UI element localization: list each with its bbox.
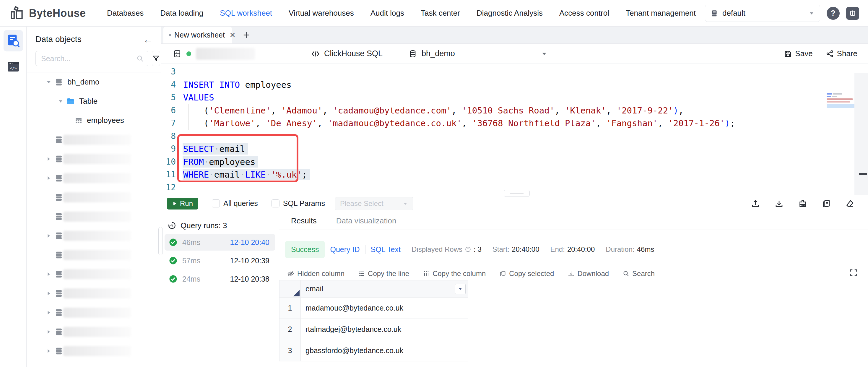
nav-item-tenant-management[interactable]: Tenant management <box>626 8 696 18</box>
tree-search-field[interactable] <box>35 51 148 66</box>
email-cell[interactable]: rtalmadgej@bytedance.co.uk <box>301 319 468 340</box>
tree-node-bh-demo[interactable]: bh_demo <box>27 72 161 92</box>
format-button[interactable] <box>798 198 808 209</box>
query-id-link[interactable]: Query ID <box>330 245 360 254</box>
share-button[interactable]: Share <box>826 49 857 58</box>
duration-value: 46ms <box>637 245 654 253</box>
tree-node-database-3[interactable] <box>27 169 161 188</box>
nav-item-task-center[interactable]: Task center <box>421 8 460 18</box>
sql-params-checkbox[interactable]: SQL Params <box>272 199 325 208</box>
add-worksheet-button[interactable]: + <box>243 27 250 43</box>
tree-node-database-8[interactable] <box>27 265 161 284</box>
tab-data-visualization[interactable]: Data visualization <box>336 216 397 225</box>
tree-node-database-4[interactable] <box>27 188 161 207</box>
data-objects-rail-button[interactable] <box>4 30 23 52</box>
column-header-email[interactable]: email <box>301 280 468 298</box>
bytehouse-app: ByteHouse DatabasesData loadingSQL works… <box>0 0 868 367</box>
search-input[interactable] <box>41 54 136 63</box>
tab-results[interactable]: Results <box>291 216 317 225</box>
checkbox-icon[interactable] <box>212 200 220 208</box>
caret-right-icon[interactable] <box>46 271 52 277</box>
filter-button[interactable] <box>152 51 160 66</box>
email-cell[interactable]: gbassfordo@bytedance.co.uk <box>301 340 468 361</box>
caret-down-icon[interactable] <box>46 79 52 85</box>
help-icon[interactable]: ? <box>827 7 840 20</box>
success-check-icon <box>169 275 178 283</box>
params-select[interactable]: Please Select <box>335 197 413 210</box>
column-filter-button[interactable] <box>455 284 466 294</box>
query-run-item-1[interactable]: 46ms12-10 20:40 <box>164 234 275 251</box>
upload-button[interactable] <box>750 198 761 209</box>
worksheet-rail-button[interactable]: </> <box>7 61 19 72</box>
save-label: Save <box>795 49 812 58</box>
caret-right-icon[interactable] <box>46 348 52 354</box>
chevron-down-icon <box>809 10 814 16</box>
warehouse-select[interactable] <box>173 48 255 60</box>
grid-row-3[interactable]: 3gbassfordo@bytedance.co.uk <box>279 340 468 361</box>
language-indicator[interactable]: ClickHouse SQL <box>311 49 382 58</box>
sql-editor[interactable]: 3456789101112 INSERT INTO employeesVALUE… <box>161 64 868 195</box>
hidden-column-button[interactable]: Hidden column <box>287 270 344 278</box>
nav-item-databases[interactable]: Databases <box>107 8 144 18</box>
tree-node-database-11[interactable] <box>27 322 161 341</box>
tree-node-database-5[interactable] <box>27 207 161 226</box>
caret-right-icon[interactable] <box>46 290 52 296</box>
all-queries-checkbox[interactable]: All queries <box>212 199 258 208</box>
info-icon[interactable] <box>465 246 471 253</box>
grid-row-1[interactable]: 1madamouc@bytedance.co.uk <box>279 298 468 319</box>
editor-minimap[interactable] <box>827 93 855 108</box>
tree-node-database-10[interactable] <box>27 303 161 322</box>
download-icon <box>567 270 575 277</box>
database-select[interactable]: bh_demo <box>409 49 548 58</box>
select-all-corner-icon[interactable] <box>293 290 300 296</box>
tree-node-table-folder[interactable]: Table <box>27 92 161 111</box>
save-button[interactable]: Save <box>784 49 812 58</box>
panel-resize-handle[interactable] <box>504 190 530 197</box>
tree-node-employees[interactable]: employees <box>27 111 161 130</box>
query-run-item-2[interactable]: 57ms12-10 20:39 <box>164 252 275 269</box>
sidebar-resize-handle[interactable] <box>158 227 163 255</box>
search-results-button[interactable]: Search <box>622 270 655 278</box>
row-index-header[interactable] <box>279 280 301 298</box>
tree-node-database-7[interactable] <box>27 245 161 265</box>
nav-item-sql-worksheet[interactable]: SQL worksheet <box>220 8 272 18</box>
editor-scrollbar[interactable] <box>855 73 868 195</box>
caret-right-icon[interactable] <box>46 175 52 181</box>
close-tab-icon[interactable]: ✕ <box>229 31 236 39</box>
caret-right-icon[interactable] <box>46 156 52 162</box>
tree-node-database-6[interactable] <box>27 226 161 245</box>
grid-row-2[interactable]: 2rtalmadgej@bytedance.co.uk <box>279 319 468 340</box>
email-cell[interactable]: madamouc@bytedance.co.uk <box>301 298 468 319</box>
copy-selected-button[interactable]: Copy selected <box>499 270 554 278</box>
clear-button[interactable] <box>845 198 855 209</box>
console-apps-icon[interactable] <box>846 7 859 20</box>
nav-item-virtual-warehouses[interactable]: Virtual warehouses <box>289 8 354 18</box>
caret-down-icon[interactable] <box>58 98 64 104</box>
nav-item-audit-logs[interactable]: Audit logs <box>370 8 404 18</box>
checkbox-icon[interactable] <box>272 200 279 208</box>
copy-line-button[interactable]: Copy the line <box>358 270 409 278</box>
brand-logo[interactable]: ByteHouse <box>10 6 99 21</box>
download-button[interactable] <box>774 198 784 209</box>
collapse-panel-icon[interactable]: ← <box>143 34 153 44</box>
nav-item-diagnostic-analysis[interactable]: Diagnostic Analysis <box>476 8 543 18</box>
copy-column-button[interactable]: Copy the column <box>423 270 486 278</box>
nav-item-data-loading[interactable]: Data loading <box>160 8 203 18</box>
workspace-select[interactable]: default <box>705 5 820 22</box>
caret-right-icon[interactable] <box>46 310 52 315</box>
database-icon <box>54 270 63 279</box>
copy-button[interactable] <box>821 198 831 209</box>
tree-node-database-12[interactable] <box>27 341 161 361</box>
query-run-item-3[interactable]: 24ms12-10 20:38 <box>164 271 275 287</box>
caret-right-icon[interactable] <box>46 329 52 335</box>
tree-node-database-1[interactable] <box>27 130 161 149</box>
tab-new-worksheet[interactable]: New worksheet ✕ <box>163 27 232 43</box>
fullscreen-button[interactable] <box>849 268 858 278</box>
run-button[interactable]: Run <box>167 198 198 210</box>
sql-text-link[interactable]: SQL Text <box>371 245 401 254</box>
caret-right-icon[interactable] <box>46 233 52 239</box>
tree-node-database-2[interactable] <box>27 149 161 169</box>
tree-node-database-9[interactable] <box>27 284 161 303</box>
download-results-button[interactable]: Download <box>567 270 609 278</box>
nav-item-access-control[interactable]: Access control <box>559 8 609 18</box>
